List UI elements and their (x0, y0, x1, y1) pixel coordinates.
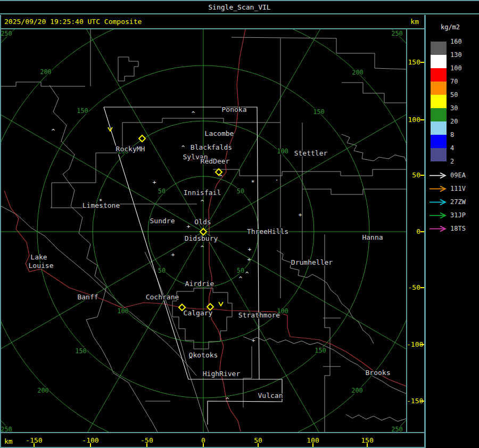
window-title: Single_Scan_VIL (208, 3, 270, 11)
spot-symbol: + (153, 179, 156, 186)
right-axis-tick-label: -100 (407, 341, 420, 348)
legend-color-swatch (431, 55, 447, 68)
title-bar: Single_Scan_VIL (0, 0, 479, 14)
ring-distance-label: 50 (158, 188, 166, 195)
legend-color-swatch (431, 82, 447, 95)
town-label: Didsbury (185, 234, 218, 242)
spot-symbol: ^ (226, 396, 229, 403)
ring-distance-label: 250 (1, 426, 12, 432)
legend-scale-label: 4 (450, 144, 472, 152)
right-axis-tick (420, 401, 424, 402)
radar-map[interactable]: 5050505010010010010015015015015020020020… (1, 29, 406, 432)
legend-scale-label: 30 (450, 104, 472, 112)
ring-distance-label: 50 (158, 267, 166, 274)
site-arrow-icon (429, 212, 449, 219)
town-label: ThreeHills (247, 227, 288, 235)
town-label: HighRiver (203, 370, 241, 378)
legend-color-swatch (431, 121, 447, 135)
bottom-axis-tick (367, 443, 368, 447)
town-label: Blackfalds (191, 143, 232, 151)
ring-distance-label: 50 (237, 188, 244, 195)
radar-map-canvas[interactable]: 5050505010010010010015015015015020020020… (1, 29, 406, 432)
county-boundary-line (122, 118, 280, 123)
ring-distance-label: 100 (117, 307, 129, 315)
county-boundary-line (346, 414, 406, 421)
spot-symbol: * (99, 198, 103, 205)
ring-distance-label: 200 (40, 68, 52, 76)
town-label: Innisfail (184, 189, 221, 197)
site-arrow-icon (429, 225, 449, 232)
legend-color-swatch (431, 148, 447, 161)
town-label: Hanna (362, 233, 383, 241)
town-label: RockyMH (116, 145, 145, 153)
legend-panel: kg/m2 16013010070503020842 09EA111V27ZW3… (426, 15, 479, 448)
bottom-axis-tick (312, 443, 313, 447)
bottom-axis-unit-label: km (4, 437, 13, 445)
legend-color-swatch (431, 135, 447, 148)
town-label: Lake (30, 253, 47, 261)
ring-distance-label: 200 (351, 387, 363, 394)
right-axis-tick (420, 231, 424, 232)
bottom-axis-tick (34, 443, 35, 447)
right-axis-tick (420, 344, 424, 345)
ring-distance-label: 150 (77, 107, 88, 115)
town-label: Strathmore (238, 311, 280, 319)
spot-symbol: + (247, 256, 251, 263)
spot-symbol: ^ (245, 271, 249, 278)
county-boundary-line (172, 288, 232, 349)
town-label: Banff (77, 293, 98, 301)
scan-timestamp: 2025/09/20 19:25:40 UTC Composite (4, 15, 142, 28)
town-label: Olds (194, 218, 211, 226)
site-arrow-icon (429, 172, 449, 179)
ring-distance-label: 100 (277, 148, 288, 155)
ring-distance-label: 150 (75, 347, 87, 355)
spot-symbol: ^ (219, 174, 223, 181)
spot-symbol: ^ (192, 110, 195, 117)
town-label: Brooks (366, 369, 391, 377)
site-id-label: 27ZW (450, 198, 466, 206)
site-id-label: 09EA (450, 172, 466, 179)
town-label: Calgary (184, 309, 213, 317)
town-label: Sundre (150, 217, 175, 225)
spot-symbol: ^ (201, 199, 204, 206)
legend-color-swatch (431, 42, 447, 55)
town-label: Cochrane (146, 293, 179, 301)
right-axis-tick-label: 0 (407, 228, 420, 235)
right-axis-tick-label: -50 (407, 284, 420, 291)
town-label: Louise (29, 262, 54, 270)
county-boundary-line (1, 82, 85, 86)
town-label: Okotoks (189, 351, 218, 359)
county-boundary-line (342, 83, 406, 103)
legend-scale-label: 160 (450, 38, 472, 45)
ring-distance-label: 250 (391, 30, 403, 37)
bottom-axis-tick (146, 443, 147, 447)
county-boundary-line (232, 37, 406, 69)
county-boundary-line (302, 189, 406, 194)
spot-symbol: ^ (239, 275, 243, 282)
right-axis-tick-label: 100 (407, 116, 420, 124)
site-legend-row: 111V (426, 185, 479, 192)
legend-scale-label: 50 (450, 91, 472, 99)
town-label: Airdrie (185, 280, 214, 288)
legend-scale-label: 130 (450, 51, 472, 59)
right-axis-tick (420, 62, 424, 63)
legend-scale-label: 100 (450, 64, 472, 72)
spot-symbol: + (299, 211, 302, 218)
ring-distance-label: 200 (352, 69, 364, 76)
ring-distance-label: 250 (1, 30, 12, 37)
right-axis-tick (420, 119, 424, 120)
right-axis-tick (420, 175, 424, 176)
spot-symbol: + (252, 337, 255, 344)
right-axis-tick-label: -150 (407, 397, 420, 405)
spot-symbol: + (248, 246, 252, 253)
town-label: RedDeer (201, 157, 230, 165)
spot-symbol: + (171, 251, 175, 258)
ring-distance-label: 150 (313, 108, 325, 116)
site-legend-row: 27ZW (426, 198, 479, 206)
legend-scale-label: 8 (450, 131, 472, 139)
site-direction-marker (219, 302, 223, 306)
site-arrow-icon (429, 199, 449, 206)
bottom-axis-tick (90, 443, 91, 447)
ring-distance-label: 50 (237, 267, 244, 274)
site-id-label: 111V (450, 185, 466, 192)
